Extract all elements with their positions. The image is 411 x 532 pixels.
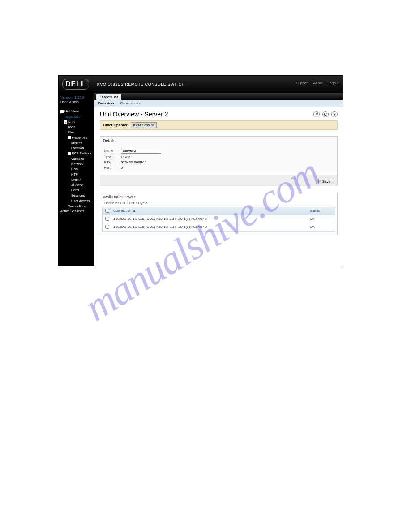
table-header: Connection ▲ Status <box>103 207 335 215</box>
col-status[interactable]: Status <box>308 207 335 215</box>
nav-network[interactable]: Network <box>60 162 93 167</box>
title-row: Unit Overview - Server 2 ⎙ C ? <box>100 111 338 118</box>
about-link[interactable]: About <box>313 81 323 85</box>
collapse-icon[interactable]: - <box>64 120 67 124</box>
page-title: Unit Overview - Server 2 <box>100 111 168 118</box>
collapse-icon[interactable]: - <box>60 110 64 113</box>
row-checkbox[interactable] <box>105 217 109 221</box>
port-label: Port: <box>104 166 117 170</box>
row-status: On <box>308 215 335 223</box>
table-row: 1082DS-10-1C-EB(PDU1)->10-1C-EB PDU 1(9)… <box>103 223 335 232</box>
other-options-bar: Other Options: KVM Session <box>100 120 338 130</box>
option-off[interactable]: Off <box>129 201 134 205</box>
sub-tab-bar: Overview Connections <box>94 100 343 107</box>
content-area: Target List Overview Connections Unit Ov… <box>94 93 343 266</box>
details-panel: Details Name: Type: USB2 EID: 520430-00 <box>100 136 338 186</box>
subtab-overview[interactable]: Overview <box>98 101 114 105</box>
detail-type-row: Type: USB2 <box>104 155 334 159</box>
logout-link[interactable]: Logout <box>328 81 338 85</box>
row-checkbox[interactable] <box>105 225 109 229</box>
port-value: 5 <box>121 166 123 170</box>
option-cycle[interactable]: Cycle <box>138 201 147 205</box>
version-label: Version: 1.13.9 <box>60 95 93 100</box>
main-body: Version: 1.13.9 User: Admin -Unit View T… <box>59 93 343 266</box>
nav-sessions[interactable]: Sessions <box>60 193 93 198</box>
nav-ports[interactable]: Ports <box>60 188 93 193</box>
row-status: On <box>308 223 335 231</box>
row-connection: 1082DS-10-1C-EB(PDU1)->10-1C-EB PDU 1(1)… <box>111 215 308 223</box>
tab-bar: Target List <box>94 93 343 100</box>
kvm-session-button[interactable]: KVM Session <box>131 122 157 128</box>
dell-logo: DELL <box>62 79 89 90</box>
nav-user-access[interactable]: User Access <box>60 198 93 204</box>
wall-outlet-panel: Wall Outlet Power Options: › On › Off › … <box>100 193 338 235</box>
other-options-label: Other Options: <box>103 123 128 127</box>
nav-auditing[interactable]: Auditing <box>60 183 93 188</box>
user-label: User: Admin <box>60 100 93 104</box>
col-connection[interactable]: Connection ▲ <box>111 207 308 215</box>
eid-value: 520430-000B65 <box>121 160 146 164</box>
nav-snmp[interactable]: SNMP <box>60 177 93 183</box>
collapse-icon[interactable]: - <box>68 152 71 155</box>
nav-tree: -Unit View Target List -RCS Tools Files … <box>60 109 93 214</box>
options-label: Options: <box>104 201 117 205</box>
details-body: Name: Type: USB2 EID: 520430-000B65 P <box>100 145 337 175</box>
nav-location[interactable]: Location <box>60 146 93 151</box>
type-label: Type: <box>104 155 117 159</box>
nav-dns[interactable]: DNS <box>60 167 93 172</box>
type-value: USB2 <box>121 155 130 159</box>
subtab-connections[interactable]: Connections <box>120 101 140 105</box>
nav-tools[interactable]: Tools <box>60 124 93 130</box>
nav-active-sessions[interactable]: Active Sessions <box>60 209 93 214</box>
detail-name-row: Name: <box>104 148 334 154</box>
select-all-checkbox[interactable] <box>105 209 109 213</box>
nav-ntp[interactable]: NTP <box>60 172 93 177</box>
nav-files[interactable]: Files <box>60 130 93 135</box>
content-inner: Unit Overview - Server 2 ⎙ C ? Other Opt… <box>94 107 343 266</box>
app-window: DELL KVM 1082DS REMOTE CONSOLE SWITCH Su… <box>58 75 343 266</box>
name-label: Name: <box>104 149 117 153</box>
details-title: Details <box>100 137 337 145</box>
nav-identity[interactable]: Identity <box>60 141 93 146</box>
detail-eid-row: EID: 520430-000B65 <box>104 160 334 164</box>
help-icon[interactable]: ? <box>331 111 338 117</box>
sidebar: Version: 1.13.9 User: Admin -Unit View T… <box>59 93 94 266</box>
refresh-icon[interactable]: C <box>322 111 329 117</box>
tab-target-list[interactable]: Target List <box>96 94 121 100</box>
product-title: KVM 1082DS REMOTE CONSOLE SWITCH <box>97 82 185 86</box>
wall-outlet-title: Wall Outlet Power <box>100 193 337 201</box>
title-icons: ⎙ C ? <box>313 111 338 117</box>
eid-label: EID: <box>104 160 117 164</box>
table-row: 1082DS-10-1C-EB(PDU1)->10-1C-EB PDU 1(1)… <box>103 215 335 223</box>
nav-unit-view[interactable]: -Unit View <box>60 109 93 114</box>
print-icon[interactable]: ⎙ <box>313 111 320 117</box>
row-connection: 1082DS-10-1C-EB(PDU1)->10-1C-EB PDU 1(9)… <box>111 223 308 231</box>
wall-outlet-table: Connection ▲ Status 1082DS-10-1C-EB(PDU1… <box>102 207 335 232</box>
name-input[interactable] <box>121 148 161 154</box>
sort-asc-icon: ▲ <box>133 209 136 213</box>
header-links: Support | About | Logout <box>296 81 338 85</box>
detail-port-row: Port: 5 <box>104 166 334 170</box>
save-button[interactable]: Save <box>318 179 334 184</box>
details-footer: Save <box>100 175 337 186</box>
nav-versions[interactable]: Versions <box>60 156 93 162</box>
nav-connections[interactable]: Connections <box>60 204 93 209</box>
nav-properties[interactable]: -Properties <box>60 135 93 141</box>
nav-rcs-settings[interactable]: -RCS Settings <box>60 151 93 156</box>
header-bar: DELL KVM 1082DS REMOTE CONSOLE SWITCH Su… <box>59 76 343 93</box>
option-on[interactable]: On <box>120 201 125 205</box>
nav-rcs[interactable]: -RCS <box>60 120 93 125</box>
support-link[interactable]: Support <box>296 81 308 85</box>
nav-target-list[interactable]: Target List <box>60 114 93 120</box>
collapse-icon[interactable]: - <box>68 136 71 139</box>
wall-outlet-options: Options: › On › Off › Cycle <box>100 201 337 207</box>
